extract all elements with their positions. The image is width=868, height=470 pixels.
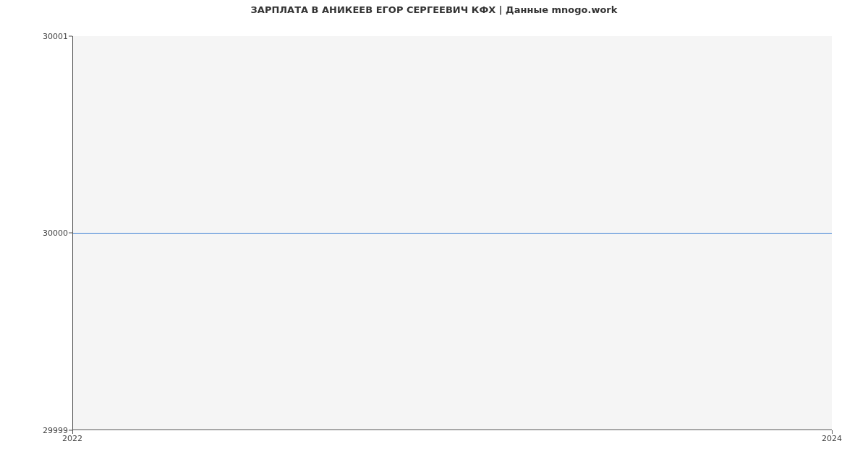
xtick-label: 2024	[822, 434, 842, 443]
chart-title: ЗАРПЛАТА В АНИКЕЕВ ЕГОР СЕРГЕЕВИЧ КФХ | …	[0, 4, 868, 15]
ytick-label: 30000	[43, 228, 68, 238]
plot-area	[72, 36, 832, 430]
line-chart: ЗАРПЛАТА В АНИКЕЕВ ЕГОР СЕРГЕЕВИЧ КФХ | …	[0, 0, 868, 470]
ytick-label: 30001	[43, 32, 68, 41]
data-line	[73, 233, 832, 234]
xtick-label: 2022	[62, 434, 82, 443]
